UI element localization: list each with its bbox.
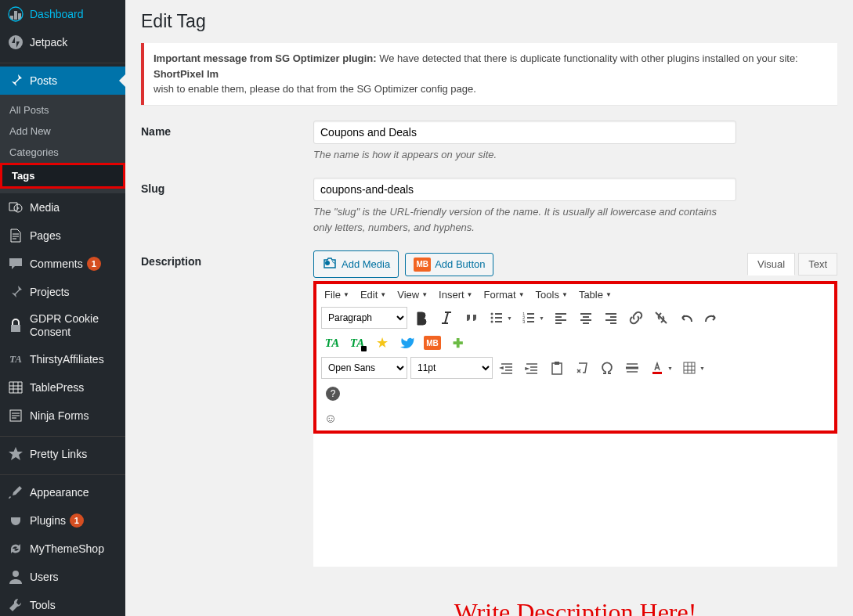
paste-button[interactable]: [546, 357, 568, 379]
menu-edit[interactable]: Edit▼: [359, 286, 388, 304]
add-button-button[interactable]: MB Add Button: [405, 253, 493, 276]
camera-icon: [322, 255, 338, 273]
align-center-button[interactable]: [575, 307, 597, 329]
svg-point-12: [491, 321, 493, 323]
menu-insert[interactable]: Insert▼: [437, 286, 474, 304]
menu-label: ThirstyAffiliates: [30, 353, 104, 366]
jetpack-icon: [8, 34, 23, 50]
editor-container: File▼ Edit▼ View▼ Insert▼ Format▼ Tools▼…: [313, 281, 837, 434]
menu-table[interactable]: Table▼: [577, 286, 613, 304]
lock-icon: [8, 318, 23, 333]
outdent-button[interactable]: [496, 357, 518, 379]
undo-button[interactable]: [675, 307, 697, 329]
bold-button[interactable]: [410, 307, 432, 329]
block-format-select[interactable]: Paragraph: [321, 307, 407, 329]
sidebar-item-projects[interactable]: Projects: [0, 278, 125, 306]
sidebar-item-posts[interactable]: Posts: [0, 67, 125, 95]
name-input[interactable]: [313, 121, 736, 144]
menu-label: TablePress: [30, 381, 84, 394]
page-title: Edit Tag: [141, 11, 837, 32]
svg-point-11: [491, 317, 493, 319]
svg-rect-18: [626, 367, 638, 369]
refresh-icon: [8, 541, 23, 557]
menu-label: Dashboard: [30, 8, 84, 20]
submenu-all-posts[interactable]: All Posts: [0, 99, 125, 121]
link-button[interactable]: [625, 307, 647, 329]
svg-rect-19: [652, 372, 662, 374]
menu-label: Ninja Forms: [30, 409, 89, 422]
posts-submenu: All Posts Add New Categories Tags: [0, 95, 125, 193]
clear-format-button[interactable]: [571, 357, 593, 379]
add-element-button[interactable]: ✚: [446, 332, 468, 354]
menu-file[interactable]: File▼: [323, 286, 351, 304]
visual-tab[interactable]: Visual: [747, 253, 795, 276]
text-color-button[interactable]: [646, 357, 668, 379]
ta-quick-button[interactable]: TA: [346, 332, 368, 354]
pin-icon: [8, 284, 23, 300]
menu-label: Projects: [30, 286, 70, 298]
sidebar-item-thirstyaffiliates[interactable]: TA ThirstyAffiliates: [0, 345, 125, 373]
indent-button[interactable]: [521, 357, 543, 379]
sidebar-item-ninjaforms[interactable]: Ninja Forms: [0, 402, 125, 430]
menu-label: Users: [30, 571, 59, 583]
menu-label: Pages: [30, 229, 61, 242]
editor-menubar: File▼ Edit▼ View▼ Insert▼ Format▼ Tools▼…: [316, 284, 834, 305]
svg-point-9: [325, 261, 330, 265]
sidebar-item-tools[interactable]: Tools: [0, 591, 125, 616]
sidebar-item-plugins[interactable]: Plugins 1: [0, 506, 125, 535]
font-size-select[interactable]: 11pt: [410, 357, 493, 379]
sidebar-item-dashboard[interactable]: Dashboard: [0, 0, 125, 28]
page-icon: [8, 228, 23, 243]
sidebar-item-users[interactable]: Users: [0, 563, 125, 591]
align-left-button[interactable]: [550, 307, 572, 329]
redo-button[interactable]: [700, 307, 722, 329]
sidebar-item-pages[interactable]: Pages: [0, 222, 125, 250]
text-tab[interactable]: Text: [798, 253, 837, 276]
menu-tools[interactable]: Tools▼: [534, 286, 569, 304]
submenu-add-new[interactable]: Add New: [0, 121, 125, 142]
sidebar-item-gdpr[interactable]: GDPR Cookie Consent: [0, 306, 125, 345]
svg-rect-20: [684, 362, 695, 373]
svg-point-10: [491, 313, 493, 315]
bullet-list-button[interactable]: [486, 307, 508, 329]
hr-button[interactable]: [621, 357, 643, 379]
sidebar-item-appearance[interactable]: Appearance: [0, 478, 125, 506]
font-family-select[interactable]: Open Sans: [321, 357, 407, 379]
slug-input[interactable]: [313, 178, 736, 201]
add-media-label: Add Media: [342, 258, 390, 270]
italic-button[interactable]: [436, 307, 457, 329]
help-icon[interactable]: ?: [326, 387, 340, 401]
sidebar-item-tablepress[interactable]: TablePress: [0, 373, 125, 402]
svg-rect-16: [552, 363, 562, 374]
number-list-button[interactable]: 123: [518, 307, 540, 329]
unlink-button[interactable]: [650, 307, 672, 329]
sidebar-item-prettylinks[interactable]: Pretty Links: [0, 440, 125, 468]
menu-format[interactable]: Format▼: [483, 286, 526, 304]
add-media-button[interactable]: Add Media: [313, 250, 399, 278]
add-button-label: Add Button: [435, 258, 485, 270]
special-char-button[interactable]: [596, 357, 618, 379]
menu-label: Media: [30, 201, 60, 214]
plug-icon: [8, 513, 23, 528]
slug-label: Slug: [141, 178, 313, 235]
svg-point-1: [9, 35, 23, 49]
submenu-tags[interactable]: Tags: [0, 163, 125, 189]
align-right-button[interactable]: [600, 307, 622, 329]
sidebar-item-comments[interactable]: Comments 1: [0, 250, 125, 278]
table-icon: [8, 380, 23, 395]
maxbuttons-button[interactable]: MB: [421, 332, 443, 354]
blockquote-button[interactable]: [461, 307, 483, 329]
editor-content-area[interactable]: [313, 434, 837, 567]
menu-view[interactable]: View▼: [396, 286, 429, 304]
sidebar-item-media[interactable]: Media: [0, 193, 125, 222]
menu-separator: [0, 59, 125, 63]
emoji-button[interactable]: ☺: [316, 407, 834, 430]
twitter-button[interactable]: [396, 332, 418, 354]
sidebar-item-jetpack[interactable]: Jetpack: [0, 28, 125, 56]
submenu-categories[interactable]: Categories: [0, 142, 125, 163]
table-button[interactable]: [678, 357, 700, 379]
ta-affiliate-button[interactable]: TA: [321, 332, 343, 354]
star-button[interactable]: ★: [371, 332, 393, 354]
sidebar-item-mythemeshop[interactable]: MyThemeShop: [0, 535, 125, 563]
dashboard-icon: [8, 6, 23, 22]
